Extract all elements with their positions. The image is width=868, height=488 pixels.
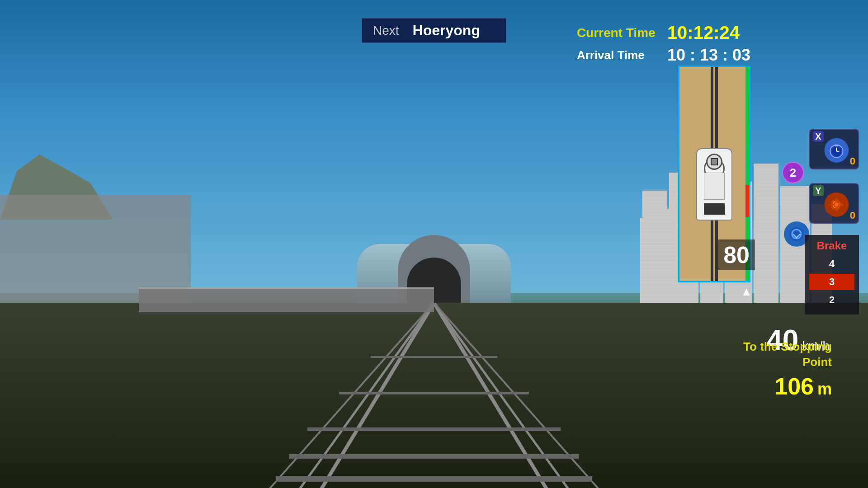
track-lines xyxy=(0,303,868,488)
svg-line-0 xyxy=(316,303,434,488)
y-label: Y xyxy=(813,185,824,196)
svg-point-17 xyxy=(835,203,838,206)
brake-level-3-active: 3 xyxy=(809,274,854,290)
svg-line-4 xyxy=(262,303,434,488)
x-stopwatch-icon xyxy=(824,138,849,163)
map-progress-red xyxy=(745,185,749,217)
purple-badge: 2 xyxy=(782,162,804,183)
y-gear-icon xyxy=(824,192,849,217)
current-time-label: Current Time xyxy=(577,26,658,40)
svg-rect-15 xyxy=(835,145,838,146)
svg-line-5 xyxy=(434,303,606,488)
arrival-time-value: 10 : 13 : 03 xyxy=(667,46,750,65)
stopping-label: To the Stopping Point xyxy=(743,339,832,370)
brake-label: Brake xyxy=(809,239,854,252)
speed-limit-value: 80 xyxy=(723,242,750,268)
speed-limit-display: 80 xyxy=(718,239,755,270)
svg-line-3 xyxy=(434,303,574,488)
next-label: Next xyxy=(373,23,399,38)
svg-rect-21 xyxy=(839,204,843,206)
svg-line-1 xyxy=(434,303,552,488)
stopping-distance-value: 106 xyxy=(774,373,814,400)
y-button[interactable]: Y 0 xyxy=(809,183,859,224)
next-station-banner: Next Hoeryong xyxy=(362,18,506,43)
y-count: 0 xyxy=(850,210,855,221)
arrival-time-row: Arrival Time 10 : 13 : 03 xyxy=(577,46,750,65)
stopping-point-info: To the Stopping Point 106 m xyxy=(743,339,832,400)
map-progress-green xyxy=(745,67,749,185)
barrier-left xyxy=(139,287,434,312)
time-display: Current Time 10:12:24 Arrival Time 10 : … xyxy=(577,23,750,67)
arrival-time-label: Arrival Time xyxy=(577,48,658,62)
stopping-distance-unit: m xyxy=(817,380,832,399)
brake-panel: Brake 4 3 2 xyxy=(805,235,859,314)
x-label: X xyxy=(813,131,824,142)
direction-arrow-icon: ▲ xyxy=(741,285,752,298)
x-button[interactable]: X 0 xyxy=(809,129,859,169)
svg-line-2 xyxy=(294,303,434,488)
brake-level-2: 2 xyxy=(809,292,854,308)
svg-rect-19 xyxy=(835,207,837,211)
purple-badge-count: 2 xyxy=(790,166,796,180)
station-name: Hoeryong xyxy=(413,22,480,39)
current-time-value: 10:12:24 xyxy=(667,23,740,43)
x-count: 0 xyxy=(850,155,855,167)
map-train-icon xyxy=(696,148,732,221)
svg-rect-20 xyxy=(830,204,834,206)
brake-level-4: 4 xyxy=(809,256,854,272)
direction-indicator: ▲ xyxy=(741,285,752,299)
current-time-row: Current Time 10:12:24 xyxy=(577,23,750,43)
svg-rect-18 xyxy=(835,198,837,202)
